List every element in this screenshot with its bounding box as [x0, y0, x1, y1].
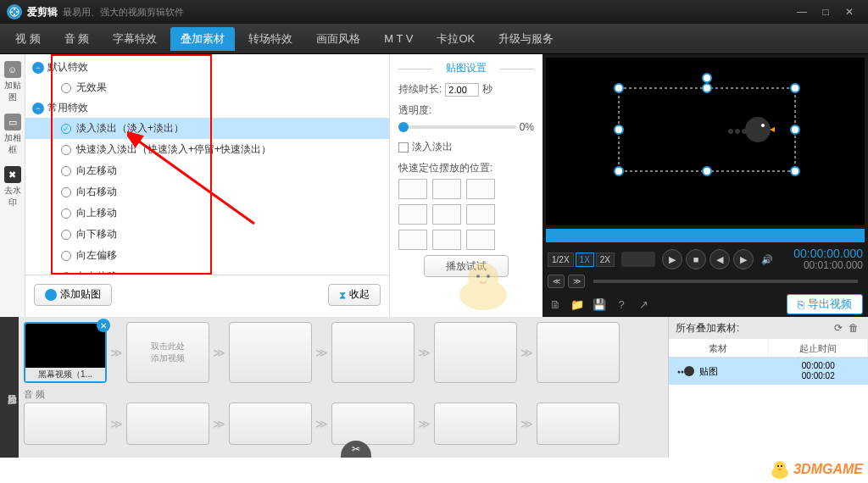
handle-rotate[interactable] — [702, 73, 712, 83]
handle-bc[interactable] — [702, 166, 712, 176]
effect-item[interactable]: 向左移动 — [25, 160, 389, 181]
effect-item[interactable]: 向上移动 — [25, 203, 389, 224]
new-icon[interactable]: 🗎 — [548, 297, 563, 312]
handle-tc[interactable] — [702, 83, 712, 93]
selection-box[interactable] — [614, 83, 800, 176]
clip-remove-icon[interactable]: ✕ — [97, 319, 110, 332]
effect-item[interactable]: 无效果 — [25, 77, 389, 98]
volume-button[interactable]: 🔊 — [757, 249, 777, 269]
minimize-button[interactable]: — — [790, 3, 814, 20]
close-button[interactable]: ✕ — [837, 3, 861, 20]
tab-5[interactable]: 画面风格 — [306, 27, 370, 51]
clip-1[interactable]: ✕ 黑幕视频（1... — [24, 322, 107, 383]
tab-4[interactable]: 转场特效 — [238, 27, 303, 51]
overlay-delete-icon[interactable]: 🗑 — [846, 322, 861, 334]
save-icon[interactable]: 💾 — [592, 297, 607, 312]
pos-mr[interactable] — [466, 204, 495, 225]
pos-tr[interactable] — [466, 179, 495, 199]
transition-icon[interactable]: ≫ — [418, 346, 431, 359]
clip-empty[interactable] — [537, 322, 620, 383]
pos-br[interactable] — [466, 230, 495, 250]
step-fwd-button[interactable]: ≫ — [568, 275, 585, 288]
speed-2X[interactable]: 2X — [596, 253, 615, 267]
collapse-button[interactable]: ⧗ 收起 — [328, 284, 381, 306]
svg-point-21 — [777, 465, 779, 467]
svg-point-9 — [487, 275, 490, 278]
overlay-refresh-icon[interactable]: ⟳ — [831, 322, 846, 334]
effect-item[interactable]: 向下移动 — [25, 224, 389, 245]
fade-checkbox[interactable] — [398, 142, 409, 153]
opacity-slider[interactable] — [398, 125, 516, 129]
tool-add-sticker[interactable]: ☺ 加贴图 — [3, 61, 23, 103]
next-frame-button[interactable]: ▶ — [733, 249, 754, 269]
pos-bc[interactable] — [432, 230, 461, 250]
transition-icon[interactable]: ≫ — [315, 346, 328, 359]
effect-item[interactable]: 向右移动 — [25, 181, 389, 203]
duration-input[interactable] — [445, 83, 479, 97]
pos-mc[interactable] — [432, 204, 461, 225]
tool-add-frame[interactable]: ▭ 加相框 — [3, 114, 23, 156]
volume-slider[interactable] — [593, 280, 858, 283]
maximize-button[interactable]: □ — [814, 3, 837, 20]
add-sticker-button[interactable]: 添加贴图 — [34, 284, 112, 306]
pos-tc[interactable] — [432, 179, 461, 199]
transition-icon[interactable]: ≫ — [213, 346, 225, 359]
effect-group[interactable]: −常用特效 — [25, 98, 389, 118]
tab-7[interactable]: 卡拉OK — [426, 27, 485, 51]
effect-item[interactable]: 淡入淡出（淡入+淡出） — [25, 118, 389, 139]
effect-item[interactable]: 向右偏移 — [25, 266, 389, 275]
effect-item[interactable]: 快速淡入淡出（快速淡入+停留+快速淡出） — [25, 139, 389, 160]
bird-sticker-icon[interactable] — [724, 113, 775, 147]
tool-remove-watermark[interactable]: ✖ 去水印 — [3, 166, 23, 208]
audio-clip-empty[interactable] — [126, 402, 209, 445]
clip-placeholder[interactable]: 双击此处 添加视频 — [126, 322, 209, 383]
help-icon[interactable]: ? — [614, 297, 629, 312]
audio-clip-empty[interactable] — [434, 402, 517, 445]
app-name: 爱剪辑 — [27, 5, 58, 19]
transition-icon[interactable]: ≫ — [520, 346, 533, 359]
opacity-label: 透明度: — [398, 103, 534, 118]
speed-1/2X[interactable]: 1/2X — [548, 253, 574, 267]
tab-6[interactable]: M T V — [374, 27, 423, 51]
transition-icon[interactable]: ≫ — [110, 346, 123, 359]
handle-br[interactable] — [790, 166, 800, 176]
effect-group[interactable]: −默认特效 — [25, 58, 389, 77]
prev-frame-button[interactable]: ◀ — [709, 249, 730, 269]
app-subtitle: 最易用、强大的视频剪辑软件 — [63, 6, 184, 19]
tab-2[interactable]: 字幕特效 — [103, 27, 167, 51]
clip-empty[interactable] — [331, 322, 415, 383]
play-button[interactable]: ▶ — [662, 249, 682, 269]
step-back-button[interactable]: ≪ — [548, 275, 565, 288]
overlay-item[interactable]: 贴图 00:00:00 00:00:02 — [669, 358, 868, 385]
tab-8[interactable]: 升级与服务 — [488, 27, 564, 51]
pos-bl[interactable] — [398, 230, 427, 250]
settings-title: 贴图设置 — [398, 61, 534, 75]
overlay-materials-panel: 所有叠加素材: ⟳ 🗑 素材 起止时间 贴图 00:00:00 00:00:02 — [668, 317, 868, 458]
speed-1X[interactable]: 1X — [576, 253, 594, 267]
stop-button[interactable]: ■ — [686, 249, 706, 269]
pos-ml[interactable] — [398, 204, 427, 225]
open-icon[interactable]: 📁 — [570, 297, 585, 312]
pos-tl[interactable] — [398, 179, 427, 199]
handle-ml[interactable] — [614, 125, 624, 135]
tab-3[interactable]: 叠加素材 — [170, 27, 235, 51]
effect-item[interactable]: 向左偏移 — [25, 245, 389, 266]
audio-clip-empty[interactable] — [537, 402, 620, 445]
handle-tr[interactable] — [790, 83, 800, 93]
share-icon[interactable]: ↗ — [636, 297, 651, 312]
export-video-button[interactable]: ⎘ 导出视频 — [787, 294, 863, 314]
jog-wheel[interactable] — [621, 252, 655, 267]
handle-tl[interactable] — [614, 83, 624, 93]
audio-clip-empty[interactable] — [331, 402, 415, 445]
handle-mr[interactable] — [790, 125, 800, 135]
handle-bl[interactable] — [614, 166, 624, 176]
clip-empty[interactable] — [229, 322, 312, 383]
audio-clip-empty[interactable] — [24, 402, 107, 445]
preview-video[interactable] — [546, 58, 865, 225]
effects-list[interactable]: −默认特效无效果−常用特效淡入淡出（淡入+淡出）快速淡入淡出（快速淡入+停留+快… — [25, 54, 389, 275]
audio-clip-empty[interactable] — [229, 402, 312, 445]
clip-empty[interactable] — [434, 322, 517, 383]
tab-0[interactable]: 视 频 — [5, 27, 51, 51]
tab-1[interactable]: 音 频 — [54, 27, 100, 51]
playback-progress[interactable] — [546, 229, 865, 242]
